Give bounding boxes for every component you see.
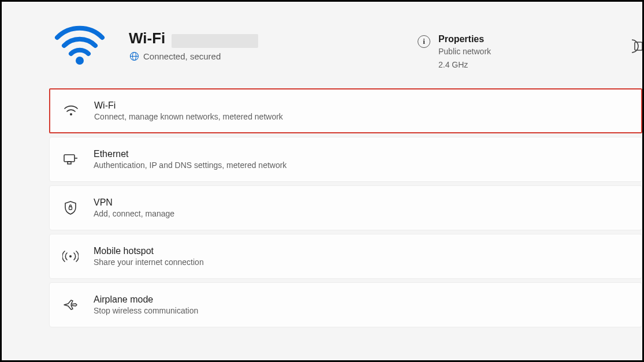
airplane-icon	[62, 297, 79, 313]
settings-network-panel: Wi-Fi Connected, secured i Properties Pu…	[0, 0, 644, 362]
wifi-icon	[51, 19, 109, 65]
network-name-redacted	[172, 34, 258, 48]
connection-status: Connected, secured	[143, 51, 221, 61]
card-title: Airplane mode	[94, 294, 198, 305]
card-subtitle: Share your internet connection	[94, 257, 204, 267]
mobile-hotspot-card[interactable]: Mobile hotspot Share your internet conne…	[49, 234, 642, 279]
ethernet-settings-card[interactable]: Ethernet Authentication, IP and DNS sett…	[49, 137, 642, 182]
card-title: Mobile hotspot	[94, 246, 204, 256]
svg-point-5	[70, 113, 72, 115]
vpn-settings-card[interactable]: VPN Add, connect, manage	[49, 185, 642, 230]
info-icon: i	[418, 35, 430, 48]
card-subtitle: Connect, manage known networks, metered …	[94, 112, 283, 121]
shield-lock-icon	[62, 200, 79, 216]
globe-icon	[129, 51, 139, 62]
card-subtitle: Authentication, IP and DNS settings, met…	[94, 161, 286, 170]
data-usage-icon[interactable]	[630, 36, 642, 56]
svg-point-10	[69, 255, 72, 257]
ethernet-icon	[62, 151, 79, 167]
properties-band: 2.4 GHz	[438, 59, 491, 71]
network-options-list: Wi-Fi Connect, manage known networks, me…	[2, 88, 642, 327]
card-title: Wi-Fi	[94, 100, 283, 111]
card-subtitle: Stop wireless communication	[94, 306, 198, 315]
card-subtitle: Add, connect, manage	[94, 209, 174, 218]
airplane-mode-card[interactable]: Airplane mode Stop wireless communicatio…	[49, 282, 642, 327]
hotspot-icon	[62, 248, 79, 264]
connection-header: Wi-Fi Connected, secured	[2, 2, 642, 88]
properties-network-type: Public network	[438, 46, 491, 58]
properties-button[interactable]: i Properties Public network 2.4 GHz	[418, 34, 491, 71]
card-title: VPN	[94, 197, 174, 208]
card-title: Ethernet	[94, 149, 286, 159]
properties-title: Properties	[438, 34, 491, 44]
svg-rect-8	[68, 162, 71, 164]
svg-point-0	[76, 57, 84, 65]
svg-rect-9	[69, 207, 72, 210]
wifi-settings-card[interactable]: Wi-Fi Connect, manage known networks, me…	[49, 88, 642, 133]
svg-rect-6	[64, 155, 75, 162]
wifi-icon	[63, 103, 79, 119]
connection-title: Wi-Fi	[129, 29, 165, 47]
